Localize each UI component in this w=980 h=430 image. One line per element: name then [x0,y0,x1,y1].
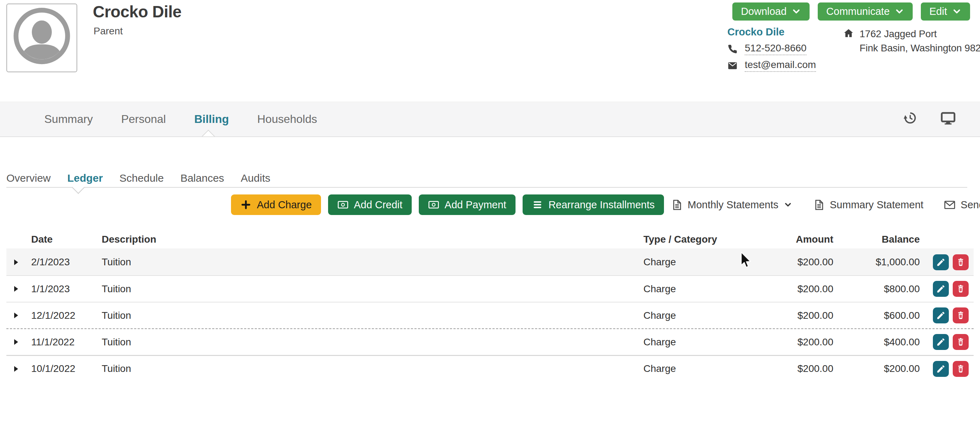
row-description: Tuition [102,283,643,295]
edit-row-button[interactable] [933,361,949,377]
row-balance: $800.00 [833,283,920,295]
pencil-icon [936,284,946,294]
subtab-overview[interactable]: Overview [6,172,51,184]
monitor-icon[interactable] [940,111,956,126]
tab-summary[interactable]: Summary [44,113,93,126]
row-date: 10/1/2022 [31,363,102,374]
address-line1: 1762 Jagged Port [859,27,980,41]
address-line2: Fink Basin, Washington 98260 [859,41,980,55]
edit-row-button[interactable] [933,334,949,350]
tab-personal[interactable]: Personal [121,113,166,126]
ledger-body: 2/1/2023 Tuition Charge $200.00 $1,000.0… [6,249,974,381]
delete-row-button[interactable] [953,361,969,377]
envelope-icon [944,199,956,211]
add-charge-label: Add Charge [257,199,312,211]
edit-row-button[interactable] [933,254,949,270]
row-balance: $200.00 [833,363,920,374]
phone-link[interactable]: 512-520-8660 [745,43,807,55]
profile-role: Parent [94,25,123,37]
column-date: Date [31,234,102,245]
send-statement-link[interactable]: Send Statement [944,199,980,211]
table-row: 11/1/2022 Tuition Charge $200.00 $400.00 [6,328,974,355]
edit-row-button[interactable] [933,281,949,297]
money-bill-icon [337,199,348,210]
monthly-statements-label: Monthly Statements [688,199,778,211]
edit-button-label: Edit [929,6,947,17]
plus-icon [240,199,251,210]
delete-row-button[interactable] [953,281,969,297]
subtab-schedule[interactable]: Schedule [119,172,164,184]
row-date: 2/1/2023 [31,257,102,268]
trash-icon [956,284,966,294]
add-payment-button[interactable]: Add Payment [419,194,515,215]
chevron-down-icon [895,7,904,16]
home-icon [843,28,854,39]
pencil-icon [936,337,946,347]
delete-row-button[interactable] [953,334,969,350]
document-icon [671,199,683,211]
add-credit-button[interactable]: Add Credit [328,194,412,215]
table-row: 2/1/2023 Tuition Charge $200.00 $1,000.0… [6,249,974,275]
add-charge-button[interactable]: Add Charge [231,194,321,215]
download-button-label: Download [741,6,787,17]
row-description: Tuition [102,310,643,321]
rearrange-installments-button[interactable]: Rearrange Installments [523,194,664,215]
email-icon [727,60,738,71]
trash-icon [956,364,966,374]
row-date: 12/1/2022 [31,310,102,321]
pencil-icon [936,311,946,320]
expand-row-icon[interactable] [14,339,18,345]
delete-row-button[interactable] [953,254,969,270]
communicate-button[interactable]: Communicate [818,3,913,21]
subtab-ledger[interactable]: Ledger [67,172,103,184]
expand-row-icon[interactable] [14,259,18,265]
row-description: Tuition [102,257,643,268]
contact-name-link[interactable]: Crocko Dile [727,26,784,38]
table-row: 10/1/2022 Tuition Charge $200.00 $200.00 [6,355,974,381]
expand-row-icon[interactable] [14,313,18,319]
row-amount: $200.00 [762,363,833,374]
ledger-toolbar: Add Charge Add Credit Add Payment Rearra… [231,194,970,215]
expand-row-icon[interactable] [14,286,18,292]
row-description: Tuition [102,363,643,374]
chevron-down-icon [783,200,792,209]
trash-icon [956,257,966,267]
contact-billing-page: Crocko Dile Parent Download Communicate … [0,0,980,430]
row-amount: $200.00 [762,257,833,268]
subtab-divider [6,187,967,188]
money-bill-icon [428,199,439,210]
add-credit-label: Add Credit [354,199,402,211]
summary-statement-link[interactable]: Summary Statement [813,199,923,211]
column-type-category: Type / Category [643,234,762,245]
column-balance: Balance [833,234,920,245]
table-row: 12/1/2022 Tuition Charge $200.00 $600.00 [6,302,974,328]
download-button[interactable]: Download [732,3,810,21]
tab-households[interactable]: Households [257,113,317,126]
subtab-balances[interactable]: Balances [180,172,224,184]
row-balance: $400.00 [833,336,920,348]
row-description: Tuition [102,336,643,348]
tab-billing[interactable]: Billing [194,113,229,126]
email-link[interactable]: test@email.com [745,59,816,72]
header-actions: Download Communicate Edit [732,3,970,21]
chevron-down-icon [952,7,962,16]
ledger-table: Date Description Type / Category Amount … [6,230,974,381]
edit-row-button[interactable] [933,308,949,324]
row-balance: $1,000.00 [833,257,920,268]
row-type: Charge [643,336,762,348]
table-row: 1/1/2023 Tuition Charge $200.00 $800.00 [6,275,974,302]
document-icon [813,199,825,211]
row-type: Charge [643,283,762,295]
edit-button[interactable]: Edit [921,3,970,21]
delete-row-button[interactable] [953,308,969,324]
statement-links: Monthly Statements Summary Statement Sen… [671,199,980,211]
expand-row-icon[interactable] [14,366,18,372]
subtab-audits[interactable]: Audits [241,172,270,184]
person-icon [10,6,74,70]
row-type: Charge [643,310,762,321]
summary-statement-label: Summary Statement [830,199,923,211]
pencil-icon [936,257,946,267]
history-icon[interactable] [904,111,917,125]
phone-icon [727,44,738,54]
monthly-statements-menu[interactable]: Monthly Statements [671,199,792,211]
